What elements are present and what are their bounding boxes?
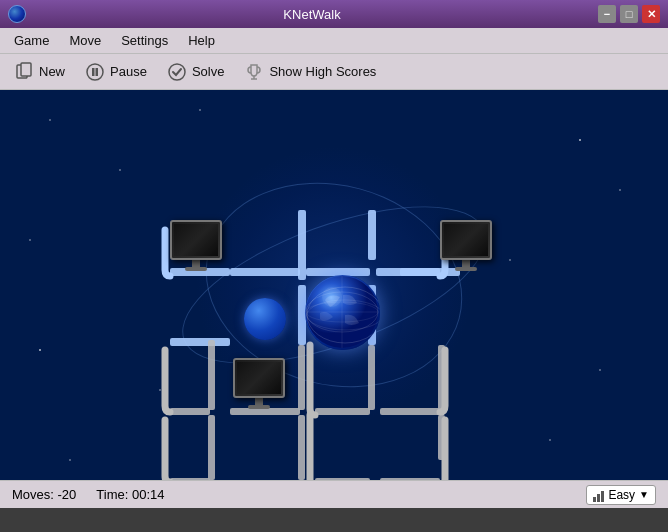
trophy-icon (244, 62, 264, 82)
status-left: Moves: -20 Time: 00:14 (12, 487, 164, 502)
title-left (8, 5, 26, 23)
secondary-globe[interactable] (244, 298, 286, 340)
svg-rect-32 (438, 415, 445, 460)
monitor-3[interactable] (233, 358, 285, 409)
svg-rect-3 (92, 68, 95, 76)
moves-display: Moves: -20 (12, 487, 76, 502)
monitor-2[interactable] (440, 220, 492, 271)
solve-button[interactable]: Solve (159, 58, 233, 86)
svg-rect-19 (230, 408, 300, 415)
menu-help[interactable]: Help (178, 30, 225, 51)
svg-rect-17 (376, 268, 440, 276)
statusbar: Moves: -20 Time: 00:14 Easy ▼ (0, 480, 668, 508)
svg-rect-11 (298, 210, 306, 280)
solve-icon (167, 62, 187, 82)
window-title: KNetWalk (26, 7, 598, 22)
svg-rect-15 (230, 268, 300, 276)
toolbar: New Pause Solve (0, 54, 668, 90)
svg-rect-28 (438, 345, 445, 410)
menu-move[interactable]: Move (59, 30, 111, 51)
difficulty-selector[interactable]: Easy ▼ (586, 485, 656, 505)
svg-rect-30 (298, 415, 305, 480)
svg-rect-23 (315, 478, 370, 480)
svg-rect-22 (170, 478, 210, 480)
svg-rect-26 (298, 345, 305, 410)
menu-settings[interactable]: Settings (111, 30, 178, 51)
new-label: New (39, 64, 65, 79)
svg-rect-18 (170, 408, 210, 415)
highscores-label: Show High Scores (269, 64, 376, 79)
pause-icon (85, 62, 105, 82)
svg-rect-21 (380, 408, 440, 415)
new-button[interactable]: New (6, 58, 73, 86)
svg-rect-4 (96, 68, 99, 76)
svg-rect-29 (208, 415, 215, 480)
svg-rect-27 (368, 345, 375, 410)
game-area[interactable] (0, 90, 668, 480)
solve-label: Solve (192, 64, 225, 79)
time-display: Time: 00:14 (96, 487, 164, 502)
difficulty-label: Easy (608, 488, 635, 502)
menubar: Game Move Settings Help (0, 28, 668, 54)
monitor-1[interactable] (170, 220, 222, 271)
titlebar: KNetWalk − □ ✕ (0, 0, 668, 28)
highscores-button[interactable]: Show High Scores (236, 58, 384, 86)
pause-label: Pause (110, 64, 147, 79)
menu-game[interactable]: Game (4, 30, 59, 51)
svg-rect-20 (315, 408, 370, 415)
server-globe[interactable] (305, 275, 380, 350)
app-icon (8, 5, 26, 23)
svg-point-38 (322, 287, 342, 307)
svg-rect-25 (208, 340, 215, 410)
title-buttons: − □ ✕ (598, 5, 660, 23)
svg-point-2 (87, 64, 103, 80)
svg-rect-12 (368, 210, 376, 260)
new-icon (14, 62, 34, 82)
pause-button[interactable]: Pause (77, 58, 155, 86)
svg-rect-24 (380, 478, 440, 480)
svg-rect-1 (21, 63, 31, 76)
svg-point-34 (306, 292, 378, 332)
difficulty-icon (593, 488, 604, 502)
minimize-button[interactable]: − (598, 5, 616, 23)
svg-rect-9 (170, 338, 230, 346)
close-button[interactable]: ✕ (642, 5, 660, 23)
svg-point-33 (306, 276, 378, 348)
svg-point-5 (169, 64, 185, 80)
maximize-button[interactable]: □ (620, 5, 638, 23)
svg-point-35 (306, 302, 378, 322)
difficulty-chevron: ▼ (639, 489, 649, 500)
